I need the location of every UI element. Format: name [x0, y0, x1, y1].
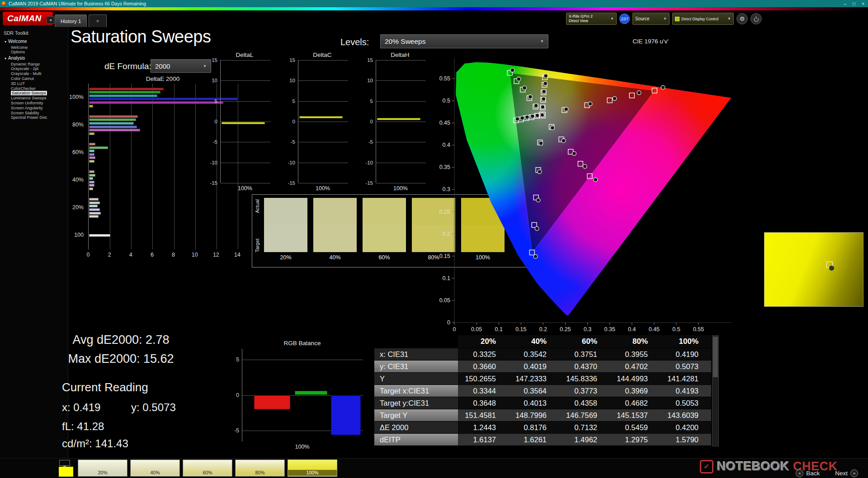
measured-marker — [539, 141, 543, 145]
expander-icon[interactable]: ▾ — [5, 40, 6, 44]
power-button[interactable] — [750, 13, 762, 24]
x-tick-label: 0.05 — [471, 326, 482, 333]
measured-marker — [544, 74, 548, 78]
sidebar-item-screen-angularity[interactable]: Screen Angularity — [0, 106, 68, 111]
scrollbar-thumb[interactable] — [713, 337, 718, 377]
meter-mode: Direct View — [569, 19, 608, 23]
sweep-button-100[interactable]: 100% — [288, 459, 337, 477]
cell-value: 0.3751 — [559, 348, 610, 360]
gridline — [376, 142, 426, 142]
sidebar-item-luminance-sweeps[interactable]: Luminance Sweeps — [0, 96, 68, 101]
cell-value: 0.4200 — [660, 421, 711, 433]
sidebar-item-colorchecker[interactable]: ColorChecker — [0, 86, 68, 91]
cell-value: 0.8176 — [509, 421, 559, 433]
y-tick-label: 0.1 — [443, 275, 450, 281]
x-tick-label: 6 — [146, 252, 157, 258]
minimize-button[interactable]: – — [844, 1, 847, 6]
actual-axis-label: Actual — [255, 199, 260, 213]
deltae-bar — [89, 181, 94, 183]
x-tick-label: 0.35 — [604, 326, 615, 333]
column-header: 100% — [660, 335, 711, 348]
display-control-selector[interactable]: Direct Display Control ▼ — [672, 13, 734, 25]
sidebar-item-screen-stability[interactable]: Screen Stability — [0, 111, 68, 116]
deltae-bar — [89, 101, 223, 104]
table-scrollbar[interactable] — [712, 335, 719, 446]
cell-value: 141.4281 — [660, 372, 711, 384]
source-selector[interactable]: Source ▼ — [632, 13, 670, 25]
measured-marker — [572, 151, 576, 155]
expander-icon[interactable]: ▾ — [5, 56, 6, 61]
cie-chart-title: CIE 1976 u'v' — [433, 38, 868, 45]
close-button[interactable]: × — [862, 1, 864, 6]
column-header: 40% — [509, 335, 559, 348]
bottom-bar: 20%40%60%80%100% ✓ NOTEBOOK CHECK « Back… — [0, 458, 868, 478]
sweep-label: 80% — [236, 470, 284, 476]
sidebar-item-spectral-power-dist[interactable]: Spectral Power Dist. — [0, 115, 68, 120]
sidebar-item-3d-lut[interactable]: 3D LUT — [0, 81, 68, 86]
new-tab-button[interactable]: + — [89, 14, 107, 27]
x-tick-label: 0.3 — [584, 326, 591, 333]
gridline — [298, 142, 348, 142]
back-button[interactable]: « Back — [793, 469, 820, 477]
next-button[interactable]: Next » — [835, 469, 861, 477]
calman-logo-button[interactable]: CalMAN ▾ — [3, 12, 53, 25]
item-label: Dynamic Range — [11, 62, 40, 66]
page-title: Saturation Sweeps — [71, 27, 211, 47]
current-x: x: 0.419 — [62, 401, 100, 414]
row-label: dEITP — [374, 433, 458, 445]
sidebar-item-color-gamut[interactable]: Color Gamut — [0, 76, 68, 81]
gridline — [221, 101, 270, 102]
deltae-bar — [89, 105, 93, 108]
delta-bar — [299, 116, 343, 118]
sweep-button-40[interactable]: 40% — [130, 459, 180, 477]
sweep-button-20[interactable]: 20% — [78, 459, 127, 477]
sidebar-item-options[interactable]: Options — [0, 50, 68, 55]
sidebar-item-welcome[interactable]: Welcome — [0, 45, 68, 50]
settings-button[interactable]: ⚙ — [736, 13, 748, 24]
sweep-button-60[interactable]: 60% — [183, 459, 232, 477]
cell-value: 0.4702 — [610, 360, 660, 372]
deltae-bar — [89, 143, 95, 145]
pattern-window-icon[interactable] — [59, 460, 70, 466]
meter-selector[interactable]: X-Rite i1Pro 2 Direct View ▼ — [566, 13, 617, 25]
tab-history-1[interactable]: History 1 — [55, 14, 87, 27]
y-axis-labels: 151050-5-10-15 — [283, 60, 295, 183]
deltal-chart: DeltaL 151050-5-10-15 100% — [206, 52, 274, 192]
source-label: Source — [635, 16, 650, 21]
cell-value: 145.1537 — [610, 409, 660, 421]
check-icon: ✓ — [703, 462, 709, 471]
sweep-button-80[interactable]: 80% — [235, 459, 285, 477]
cell-value: 1.4962 — [559, 433, 610, 445]
y-tick-label: 10 — [289, 78, 295, 83]
y-tick-label: -5 — [213, 139, 217, 145]
measured-marker — [530, 114, 534, 118]
sidebar-item-screen-uniformity[interactable]: Screen Uniformity — [0, 101, 68, 106]
sidebar-item-saturation-sweeps[interactable]: Saturation Sweeps — [0, 91, 68, 96]
delta-bar — [377, 118, 420, 120]
calman-logo-text: CalMAN — [7, 14, 42, 23]
cell-value: 0.3773 — [559, 384, 610, 397]
sidebar-item-grayscale-multi[interactable]: Grayscale - Multi — [0, 71, 68, 76]
measured-marker — [594, 178, 598, 182]
sidebar-collapse-button[interactable]: ◄ — [47, 16, 54, 24]
sidebar-group-analysis[interactable]: ▾Analysis — [0, 56, 68, 62]
de-formula-dropdown[interactable]: 2000 ▼ — [151, 59, 211, 73]
sidebar-group-welcome[interactable]: ▾Welcome — [0, 39, 68, 45]
deltae-bar — [89, 132, 94, 135]
measured-marker — [564, 107, 568, 111]
sidebar-item-grayscale-2pt[interactable]: Grayscale - 2pt — [0, 66, 68, 71]
y-tick-label: 0.05 — [439, 297, 450, 304]
maximize-button[interactable]: □ — [853, 1, 855, 6]
item-label: Screen Angularity — [11, 106, 43, 110]
y-tick-label: 5 — [236, 356, 239, 363]
measured-marker — [535, 226, 539, 230]
measured-marker — [551, 126, 555, 130]
group-label: Welcome — [8, 39, 27, 44]
y-tick-label: 15 — [367, 57, 373, 63]
rgb-balance-title: RGB Balance — [242, 340, 363, 347]
chevron-down-icon: ▼ — [608, 17, 614, 21]
de-formula-label: dE Formula: — [104, 61, 151, 71]
sidebar-tree: ▾WelcomeWelcomeOptions▾AnalysisDynamic R… — [0, 39, 68, 120]
sidebar-item-dynamic-range[interactable]: Dynamic Range — [0, 62, 68, 67]
meter-count-badge[interactable]: 237 — [619, 14, 630, 24]
